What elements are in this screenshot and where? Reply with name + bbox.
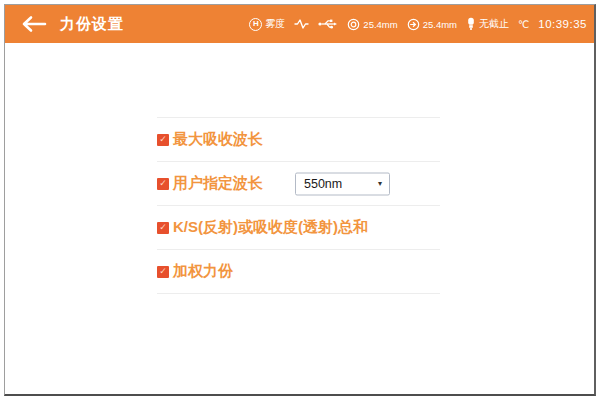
caret-down-icon: ▾ xyxy=(378,179,382,188)
uv-lamp-icon xyxy=(466,17,476,31)
reflectance-aperture-value: 25.4mm xyxy=(363,19,397,30)
pulse-wave-icon xyxy=(294,18,309,30)
device-screen: 力份设置 H 雾度 xyxy=(4,4,596,396)
usb-icon xyxy=(318,18,338,30)
setting-row-user-wavelength: ✓ 用户指定波长 550nm ▾ xyxy=(157,161,440,205)
check-icon: ✓ xyxy=(159,267,167,276)
checkbox-weighted-strength[interactable]: ✓ xyxy=(157,266,169,278)
setting-label: K/S(反射)或吸收度(透射)总和 xyxy=(173,218,368,237)
h-mode-icon: H xyxy=(249,18,262,31)
wavelength-select[interactable]: 550nm ▾ xyxy=(295,172,390,195)
back-button[interactable] xyxy=(21,15,47,33)
status-bar: H 雾度 xyxy=(249,17,587,31)
setting-row-ks-sum: ✓ K/S(反射)或吸收度(透射)总和 xyxy=(157,205,440,249)
header-bar: 力份设置 H 雾度 xyxy=(5,5,594,43)
transmittance-aperture-indicator: 25.4mm xyxy=(407,18,457,31)
mode-indicator: H 雾度 xyxy=(249,17,285,31)
check-icon: ✓ xyxy=(159,135,167,144)
checkbox-user-wavelength[interactable]: ✓ xyxy=(157,178,169,190)
checkbox-ks-sum[interactable]: ✓ xyxy=(157,222,169,234)
screenshot-root: 力份设置 H 雾度 xyxy=(0,0,600,404)
back-arrow-icon xyxy=(21,15,47,33)
wavelength-value: 550nm xyxy=(304,177,342,191)
setting-label: 最大吸收波长 xyxy=(173,130,263,149)
list-bottom-divider xyxy=(157,293,440,294)
check-icon: ✓ xyxy=(159,179,167,188)
uv-filter-label: 无截止 xyxy=(479,17,509,31)
setting-label: 用户指定波长 xyxy=(173,174,263,193)
setting-row-weighted-strength: ✓ 加权力份 xyxy=(157,249,440,293)
mode-label: 雾度 xyxy=(265,17,285,31)
check-icon: ✓ xyxy=(159,223,167,232)
setting-label: 加权力份 xyxy=(173,262,233,281)
checkbox-max-absorption[interactable]: ✓ xyxy=(157,134,169,146)
temperature-unit: ℃ xyxy=(518,19,529,30)
circle-arrow-icon xyxy=(407,18,420,31)
uv-filter-indicator: 无截止 xyxy=(466,17,509,31)
strength-settings-list: ✓ 最大吸收波长 ✓ 用户指定波长 550nm ▾ ✓ K/S(反射)或吸收度(… xyxy=(157,117,440,294)
page-title: 力份设置 xyxy=(60,15,124,34)
aperture-circles-icon xyxy=(347,18,360,31)
setting-row-max-absorption: ✓ 最大吸收波长 xyxy=(157,117,440,161)
reflectance-aperture-indicator: 25.4mm xyxy=(347,18,397,31)
clock: 10:39:35 xyxy=(538,18,587,30)
transmittance-aperture-value: 25.4mm xyxy=(423,19,457,30)
